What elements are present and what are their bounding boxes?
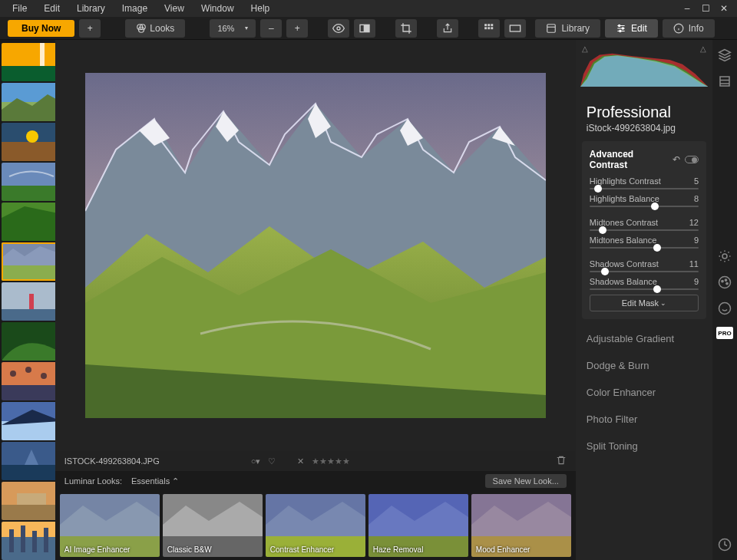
tool-photo-filter[interactable]: Photo Filter (576, 406, 712, 433)
layers-icon[interactable] (717, 48, 732, 63)
thumb[interactable] (2, 362, 55, 400)
sun-icon[interactable] (717, 249, 732, 264)
zoom-select[interactable]: 16%▾ (210, 19, 256, 38)
grid-view-icon[interactable] (478, 19, 500, 38)
menu-edit[interactable]: Edit (36, 2, 68, 15)
menu-image[interactable]: Image (114, 2, 155, 15)
zoom-out-button[interactable]: – (260, 19, 282, 38)
highlight-clip-icon[interactable]: △ (700, 44, 706, 53)
svg-rect-32 (2, 282, 55, 309)
thumb[interactable] (2, 43, 55, 81)
slider-midtones-balance[interactable]: Midtones Balance9 (590, 236, 699, 249)
tool-color-enhancer[interactable]: Color Enhancer (576, 379, 712, 406)
share-icon[interactable] (437, 19, 458, 38)
thumb[interactable] (2, 442, 55, 480)
single-view-icon[interactable] (504, 19, 526, 38)
tool-dodge-burn[interactable]: Dodge & Burn (576, 352, 712, 379)
svg-rect-12 (511, 25, 521, 31)
histogram[interactable]: △ △ (576, 40, 712, 97)
smiley-icon[interactable] (717, 301, 732, 316)
library-mode-button[interactable]: Library (535, 19, 600, 38)
looks-strip[interactable]: AI Image Enhancer Classic B&W Contrast E… (55, 491, 576, 560)
filmstrip[interactable] (0, 40, 55, 560)
svg-rect-53 (44, 528, 48, 552)
looks-button[interactable]: Looks (125, 19, 185, 38)
menu-window[interactable]: Window (193, 2, 242, 15)
svg-rect-46 (2, 505, 55, 520)
thumb[interactable] (2, 282, 55, 321)
looks-bar: Luminar Looks: Essentials ⌃ Save New Loo… (55, 471, 576, 491)
favorite-icon[interactable]: ♡ (268, 456, 276, 466)
thumb[interactable] (2, 163, 55, 201)
slider-highlights-contrast[interactable]: Highlights Contrast5 (590, 176, 699, 189)
library-icon (546, 23, 557, 34)
look-item[interactable]: Haze Removal (368, 494, 468, 557)
svg-rect-13 (547, 24, 556, 32)
maximize-icon[interactable]: ☐ (697, 2, 714, 15)
rating-stars[interactable]: ★★★★★ (312, 456, 350, 466)
shadow-clip-icon[interactable]: △ (582, 44, 588, 53)
looks-label: Luminar Looks: (64, 476, 122, 486)
thumb[interactable] (2, 123, 55, 161)
panel-filename: iStock-499263804.jpg (576, 123, 712, 141)
thumb-selected[interactable] (2, 242, 55, 281)
edit-mask-button[interactable]: Edit Mask⌄ (590, 295, 699, 311)
compare-split-icon[interactable] (354, 19, 375, 38)
minimize-icon[interactable]: – (679, 2, 696, 15)
thumb[interactable] (2, 203, 55, 241)
tool-toggle[interactable] (685, 156, 699, 163)
svg-point-14 (619, 25, 620, 26)
tool-adjustable-gradient[interactable]: Adjustable Gradient (576, 325, 712, 352)
svg-rect-24 (2, 142, 55, 161)
menu-library[interactable]: Library (69, 2, 113, 15)
svg-rect-34 (29, 294, 34, 309)
sliders-icon (616, 23, 626, 34)
close-icon[interactable]: ✕ (716, 2, 732, 15)
svg-point-38 (10, 371, 16, 377)
slider-highlights-balance[interactable]: Highlights Balance8 (590, 194, 699, 207)
look-item[interactable]: Contrast Enhancer (266, 494, 365, 557)
color-tag-icon[interactable]: ○▾ (251, 456, 261, 466)
svg-point-15 (622, 27, 623, 28)
thumb[interactable] (2, 402, 55, 440)
palette-icon[interactable] (717, 275, 732, 290)
svg-point-25 (26, 130, 38, 143)
essentials-icon[interactable] (717, 74, 732, 89)
info-mode-button[interactable]: Info (663, 19, 715, 38)
pro-badge[interactable]: PRO (716, 327, 733, 339)
crop-icon[interactable] (395, 19, 417, 38)
thumb[interactable] (2, 482, 55, 520)
svg-rect-31 (2, 265, 55, 281)
svg-point-68 (722, 280, 723, 282)
slider-shadows-balance[interactable]: Shadows Balance9 (590, 277, 699, 290)
zoom-in-button[interactable]: + (286, 19, 308, 38)
look-item[interactable]: Classic B&W (163, 494, 263, 557)
buy-button[interactable]: Buy Now (8, 20, 74, 37)
info-icon (673, 23, 684, 34)
reject-icon[interactable]: ✕ (297, 456, 304, 466)
look-item[interactable]: AI Image Enhancer (60, 494, 160, 557)
looks-group-select[interactable]: Essentials ⌃ (131, 476, 179, 486)
eye-preview-icon[interactable] (328, 19, 349, 38)
thumb[interactable] (2, 322, 55, 361)
tool-split-toning[interactable]: Split Toning (576, 433, 712, 460)
menu-help[interactable]: Help (243, 2, 278, 15)
menu-view[interactable]: View (157, 2, 192, 15)
thumb[interactable] (2, 522, 55, 560)
reset-icon[interactable]: ↶ (673, 154, 680, 165)
menu-file[interactable]: File (5, 2, 35, 15)
tool-bar: Buy Now + Looks 16%▾ – + Library Edit In… (0, 17, 737, 40)
slider-shadows-contrast[interactable]: Shadows Contrast11 (590, 259, 699, 272)
save-look-button[interactable]: Save New Look... (485, 474, 567, 488)
svg-rect-50 (9, 529, 14, 552)
image-canvas[interactable] (61, 46, 570, 445)
slider-midtones-contrast[interactable]: Midtones Contrast12 (590, 218, 699, 231)
edit-mode-button[interactable]: Edit (605, 19, 658, 38)
svg-rect-19 (2, 66, 55, 81)
trash-icon[interactable] (556, 455, 567, 467)
add-button[interactable]: + (79, 19, 101, 38)
look-item[interactable]: Mood Enhancer (471, 494, 571, 557)
history-icon[interactable] (717, 537, 732, 552)
thumb[interactable] (2, 83, 55, 121)
svg-rect-51 (21, 525, 25, 552)
